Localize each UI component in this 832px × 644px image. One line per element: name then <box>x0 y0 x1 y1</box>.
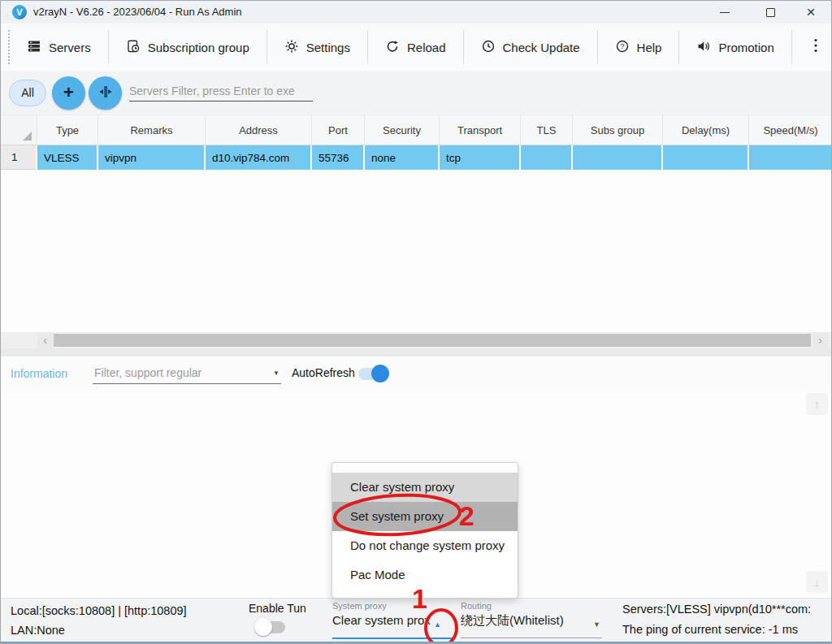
servers-icon <box>27 39 41 56</box>
table-header-row: Type Remarks Address Port Security Trans… <box>1 115 831 145</box>
autorefresh-label: AutoRefresh <box>292 366 355 379</box>
enable-tun-label: Enable Tun <box>249 602 306 615</box>
select-all-corner[interactable] <box>1 115 37 145</box>
cell-delay[interactable] <box>663 145 749 170</box>
cell-remarks[interactable]: vipvpn <box>98 145 206 170</box>
enable-tun-toggle[interactable] <box>256 621 285 633</box>
scrollbar-thumb[interactable] <box>54 334 811 347</box>
system-proxy-menu: Clear system proxy Set system proxy Do n… <box>332 462 518 599</box>
arrow-up-icon: ↑ <box>814 397 821 411</box>
servers-button[interactable]: Servers <box>10 30 108 64</box>
help-icon: ? <box>615 39 630 56</box>
toggle-knob <box>254 618 272 636</box>
active-underline <box>332 638 453 639</box>
corner-triangle-icon <box>23 132 32 140</box>
column-header-type[interactable]: Type <box>37 115 98 145</box>
horizontal-scrollbar[interactable]: ‹ › <box>1 332 831 348</box>
column-header-address[interactable]: Address <box>206 115 312 145</box>
scroll-down-button[interactable]: ↓ <box>806 571 828 593</box>
main-toolbar: Servers Subscription group Settings Relo… <box>1 24 831 71</box>
close-button[interactable]: × <box>797 1 825 24</box>
autofit-columns-button[interactable] <box>89 76 122 110</box>
speaker-icon <box>696 39 711 56</box>
help-label: Help <box>637 41 662 54</box>
arrow-down-icon: ↓ <box>814 575 821 589</box>
all-group-tab[interactable]: All <box>9 80 46 106</box>
check-update-button[interactable]: Check Update <box>464 30 597 64</box>
app-logo-icon: V <box>12 5 27 19</box>
settings-button[interactable]: Settings <box>267 30 367 64</box>
resize-columns-icon <box>98 84 114 103</box>
chevron-down-icon: ▼ <box>273 370 280 377</box>
chevron-up-icon[interactable]: ▲ <box>434 620 441 629</box>
cell-transport[interactable]: tcp <box>440 145 521 170</box>
routing-dropdown[interactable]: Routing 绕过大陆(Whitelist) ▼ <box>461 601 602 629</box>
scroll-left-icon[interactable]: ‹ <box>37 332 53 348</box>
information-bar: Information Filter, support regular ▼ Au… <box>1 357 831 391</box>
help-button[interactable]: ? Help <box>598 30 679 64</box>
log-filter-dropdown[interactable]: Filter, support regular ▼ <box>93 361 281 384</box>
toggle-knob <box>371 365 389 383</box>
cell-port[interactable]: 55736 <box>312 145 365 170</box>
cell-type[interactable]: VLESS <box>37 145 98 170</box>
menu-item-clear-system-proxy[interactable]: Clear system proxy <box>332 473 518 502</box>
more-icon <box>813 37 818 57</box>
more-button[interactable] <box>800 30 831 64</box>
plus-icon: + <box>63 82 74 103</box>
minimize-button[interactable] <box>711 1 739 24</box>
column-header-speed[interactable]: Speed(M/s) <box>749 115 832 145</box>
window-title: v2rayN - V6.26 - 2023/06/04 - Run As Adm… <box>33 1 242 24</box>
column-header-tls[interactable]: TLS <box>521 115 573 145</box>
cell-address[interactable]: d10.vip784.com <box>206 145 312 170</box>
menu-item-set-system-proxy[interactable]: Set system proxy <box>332 502 518 531</box>
scroll-right-icon[interactable]: › <box>812 332 828 348</box>
column-header-delay[interactable]: Delay(ms) <box>663 115 749 145</box>
routing-label: Routing <box>461 601 602 611</box>
cell-subs-group[interactable] <box>573 145 663 170</box>
promotion-button[interactable]: Promotion <box>679 30 791 64</box>
column-header-port[interactable]: Port <box>312 115 365 145</box>
server-filter-input[interactable] <box>129 80 313 102</box>
maximize-button[interactable] <box>756 1 784 24</box>
column-header-security[interactable]: Security <box>365 115 440 145</box>
subscription-icon <box>126 39 141 56</box>
maximize-icon <box>766 8 775 17</box>
system-proxy-dropdown[interactable]: System proxy Clear system prox ▲ <box>332 601 453 627</box>
cell-security[interactable]: none <box>365 145 440 170</box>
routing-value: 绕过大陆(Whitelist) <box>461 613 602 629</box>
cell-tls[interactable] <box>521 145 573 170</box>
subscription-group-label: Subscription group <box>148 41 249 54</box>
clock-icon <box>481 39 496 56</box>
add-group-button[interactable]: + <box>52 76 85 110</box>
reload-label: Reload <box>407 41 446 54</box>
servers-label: Servers <box>49 41 91 54</box>
row-number-cell[interactable]: 1 <box>1 145 37 170</box>
menu-item-do-not-change[interactable]: Do not change system proxy <box>332 531 518 560</box>
chevron-down-icon[interactable]: ▼ <box>593 620 600 629</box>
menu-item-pac-mode[interactable]: Pac Mode <box>332 560 518 590</box>
column-header-transport[interactable]: Transport <box>440 115 521 145</box>
settings-label: Settings <box>306 41 350 54</box>
filter-bar: All + <box>1 71 831 115</box>
server-table: Type Remarks Address Port Security Trans… <box>1 115 831 332</box>
scroll-up-button[interactable]: ↑ <box>806 393 828 415</box>
status-bar: Local:[socks:10808] | [http:10809] LAN:N… <box>1 598 831 644</box>
promotion-label: Promotion <box>718 41 774 54</box>
inactive-underline <box>461 638 602 638</box>
cell-speed[interactable] <box>749 145 832 170</box>
system-proxy-label: System proxy <box>332 601 453 611</box>
column-header-remarks[interactable]: Remarks <box>98 115 206 145</box>
title-bar: V v2rayN - V6.26 - 2023/06/04 - Run As A… <box>1 1 831 24</box>
svg-text:?: ? <box>620 41 624 50</box>
autorefresh-toggle[interactable] <box>358 368 388 380</box>
local-ports-text: Local:[socks:10808] | [http:10809] <box>11 604 187 617</box>
column-header-subs-group[interactable]: Subs group <box>573 115 663 145</box>
current-server-text: Servers:[VLESS] vipvpn(d10***com: <box>622 603 811 616</box>
minimize-icon <box>720 12 730 13</box>
subscription-group-button[interactable]: Subscription group <box>109 30 266 64</box>
gear-icon <box>284 39 299 56</box>
toolbar-separator <box>791 30 792 64</box>
table-row[interactable]: 1 VLESS vipvpn d10.vip784.com 55736 none… <box>1 145 831 170</box>
reload-icon <box>385 39 400 56</box>
reload-button[interactable]: Reload <box>368 30 463 64</box>
